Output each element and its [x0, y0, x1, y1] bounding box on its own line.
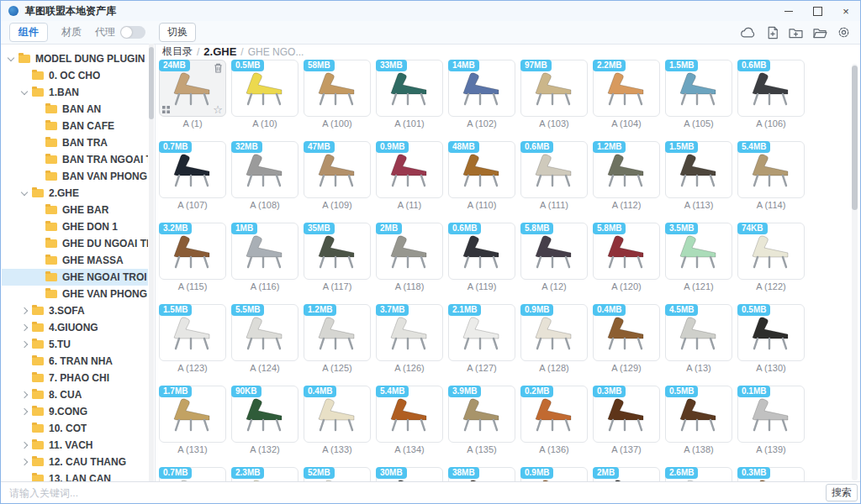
grid-item[interactable]: 0.3MBA (137)	[593, 386, 660, 456]
grid-item[interactable]: 2.1MBA (127)	[448, 304, 515, 375]
asset-tile[interactable]: 1.5MB	[159, 304, 226, 361]
tab-materials[interactable]: 材质	[61, 25, 82, 39]
grid-item[interactable]: 0.4MBA (133)	[304, 386, 371, 456]
grid-item[interactable]: 48MBA (110)	[448, 141, 515, 212]
grid-item[interactable]: 4.5MBA (13)	[665, 304, 732, 375]
sidebar-item[interactable]: GHE BAR	[2, 202, 148, 218]
asset-tile[interactable]: 0.9MB	[520, 304, 588, 361]
sidebar-item[interactable]: BAN TRA	[2, 134, 148, 151]
sidebar-item[interactable]: GHE NGOAI TROI CO	[2, 269, 148, 286]
asset-tile[interactable]: 1.2MB	[304, 304, 371, 361]
sidebar-item[interactable]: 11. VACH	[2, 437, 148, 454]
asset-tile[interactable]: 3.2MB	[159, 223, 226, 280]
asset-tile[interactable]: 32MB	[231, 141, 298, 198]
sidebar-item[interactable]: 1.BAN	[2, 84, 148, 101]
asset-tile[interactable]: 47MB	[304, 141, 371, 198]
grid-item[interactable]: 3.9MBA (135)	[448, 386, 515, 456]
asset-tile[interactable]: 0.9MB	[520, 467, 588, 482]
grid-item[interactable]: 5.4MBA (114)	[737, 141, 805, 212]
grid-item[interactable]: 5.4MBA (134)	[376, 386, 443, 456]
proxy-toggle[interactable]	[120, 26, 145, 39]
grid-item[interactable]: 3.5MBA (121)	[665, 223, 732, 293]
sidebar-item[interactable]: GHE MASSA	[2, 252, 148, 269]
asset-tile[interactable]: 48MB	[448, 141, 515, 198]
grid-item[interactable]: 0.6MBA (119)	[448, 223, 515, 293]
asset-tile[interactable]: 1MB	[231, 223, 298, 280]
tab-components[interactable]: 组件	[9, 23, 48, 42]
chevron-right-icon[interactable]	[21, 459, 28, 465]
asset-tile[interactable]: 5.8MB	[520, 223, 588, 280]
grid-item[interactable]: 2MBA (118)	[376, 223, 443, 293]
sidebar-item[interactable]: 6. TRAN NHA	[2, 353, 148, 370]
sidebar-item[interactable]: 12. CAU THANG	[2, 454, 148, 470]
asset-tile[interactable]: 0.1MB	[737, 386, 805, 443]
replace-icon[interactable]	[162, 106, 170, 113]
grid-item[interactable]: 1.5MBA (123)	[159, 304, 226, 375]
asset-tile[interactable]: 0.4MB	[593, 304, 660, 361]
grid-item[interactable]: 5.8MBA (12)	[520, 223, 588, 293]
asset-tile[interactable]: 35MB	[304, 223, 371, 280]
grid-item[interactable]: 35MBA (117)	[304, 223, 371, 293]
grid-item[interactable]: 30MB	[376, 467, 443, 482]
asset-tile[interactable]: 90KB	[231, 386, 298, 443]
search-button[interactable]: 搜索	[826, 484, 858, 501]
asset-tile[interactable]: 0.3MB	[737, 467, 805, 482]
sidebar-item[interactable]: GHE VAN PHONG	[2, 286, 148, 302]
grid-item[interactable]: 1.2MBA (112)	[593, 141, 660, 212]
asset-tile[interactable]: 0.7MB	[159, 467, 226, 482]
grid-item[interactable]: 3.2MBA (115)	[159, 223, 226, 293]
chevron-down-icon[interactable]	[21, 189, 28, 196]
grid-item[interactable]: 0.5MBA (10)	[231, 60, 298, 130]
grid-item[interactable]: 0.2MBA (136)	[520, 386, 588, 456]
asset-tile[interactable]: 5.8MB	[593, 223, 660, 280]
chevron-right-icon[interactable]	[21, 408, 28, 415]
grid-item[interactable]: 2.3MB	[231, 467, 298, 482]
grid-item[interactable]: 32MBA (108)	[231, 141, 298, 212]
sidebar-item[interactable]: 8. CUA	[2, 386, 148, 403]
grid-item[interactable]: 47MBA (109)	[304, 141, 371, 212]
asset-tile[interactable]: 0.7MB	[159, 141, 226, 198]
asset-tile[interactable]: 38MB	[448, 467, 515, 482]
new-file-icon[interactable]	[767, 26, 779, 39]
chevron-right-icon[interactable]	[21, 391, 28, 398]
sidebar-item[interactable]: GHE DON 1	[2, 218, 148, 235]
sidebar-item[interactable]: MODEL DUNG PLUGIN	[2, 50, 148, 67]
switch-button[interactable]: 切换	[159, 23, 196, 42]
grid-item[interactable]: 5.5MBA (124)	[231, 304, 298, 375]
favorite-star-icon[interactable]: ☆	[213, 104, 223, 116]
grid-item[interactable]: 0.6MBA (106)	[737, 60, 805, 130]
asset-tile[interactable]: 5.4MB	[376, 386, 443, 443]
maximize-button[interactable]	[803, 1, 832, 21]
asset-tile[interactable]: 0.5MB	[231, 60, 298, 117]
sidebar-item[interactable]: 7. PHAO CHI	[2, 370, 148, 386]
asset-tile[interactable]: 52MB	[304, 467, 371, 482]
delete-icon[interactable]	[214, 63, 223, 73]
asset-tile[interactable]: 3.9MB	[448, 386, 515, 443]
chevron-down-icon[interactable]	[21, 88, 28, 95]
chevron-right-icon[interactable]	[21, 307, 28, 314]
grid-item[interactable]: 33MBA (101)	[376, 60, 443, 130]
sidebar-item[interactable]: 3.SOFA	[2, 302, 148, 319]
asset-tile[interactable]: 2MB	[593, 467, 660, 482]
grid-item[interactable]: 38MB	[448, 467, 515, 482]
grid-item[interactable]: 52MB	[304, 467, 371, 482]
grid-item[interactable]: 0.3MB	[737, 467, 805, 482]
asset-tile[interactable]: 2.1MB	[448, 304, 515, 361]
grid-item[interactable]: 74KBA (122)	[737, 223, 805, 293]
asset-tile[interactable]: 0.5MB	[665, 386, 732, 443]
asset-tile[interactable]: 4.5MB	[665, 304, 732, 361]
asset-tile[interactable]: 5.5MB	[231, 304, 298, 361]
cloud-icon[interactable]	[740, 26, 757, 39]
breadcrumb-folder[interactable]: 2.GHE	[203, 45, 236, 58]
grid-item[interactable]: 0.1MBA (139)	[737, 386, 805, 456]
chevron-down-icon[interactable]	[8, 55, 14, 61]
asset-tile[interactable]: 3.5MB	[665, 223, 732, 280]
minimize-button[interactable]	[774, 1, 803, 21]
asset-tile[interactable]: 1.2MB	[593, 141, 660, 198]
settings-icon[interactable]	[837, 26, 850, 39]
sidebar-item[interactable]: 13. LAN CAN	[2, 470, 148, 482]
grid-item[interactable]: 97MBA (103)	[520, 60, 588, 130]
sidebar-item[interactable]: 2.GHE	[2, 185, 148, 202]
close-button[interactable]: ×	[832, 1, 860, 21]
search-input[interactable]	[1, 482, 823, 503]
